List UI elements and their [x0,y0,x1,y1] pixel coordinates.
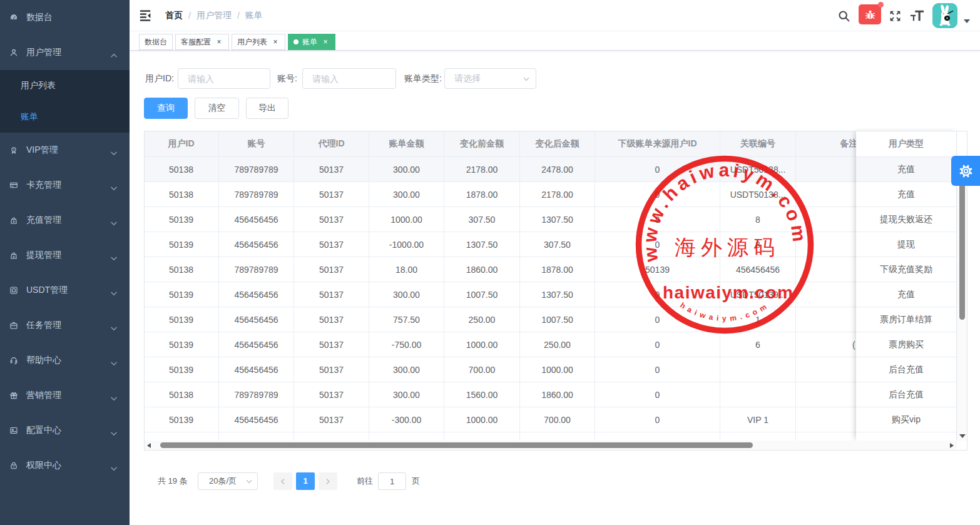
table-row-8[interactable]: 5013945645645650137300.00700.001000.000 [144,357,902,382]
cell: USDT50138... [720,182,796,207]
table-row-3[interactable]: 5013945645645650137-1000.001307.50307.50… [144,232,902,257]
table-row-10[interactable]: 5013945645645650137-300.001000.00700.000… [144,407,902,432]
user-type-cell-6: 票房订单结算 [856,307,957,332]
sidebar-item-1[interactable]: 用户管理 [0,35,130,70]
cell: 1878.00 [520,257,595,282]
tab-客服配置[interactable]: 客服配置× [175,34,229,50]
pagination-total: 共 19 条 [158,472,188,490]
user-type-cell-7: 票房购买 [856,332,957,357]
avatar-dropdown-caret[interactable] [964,19,970,23]
vip-medal-icon: 1 [9,146,18,155]
sidebar-item-6[interactable]: USDT管理 [0,273,130,308]
table-row-6[interactable]: 5013945645645650137757.50250.001007.5001 [144,307,902,332]
cell: 50138 [144,257,219,282]
sidebar-item-9[interactable]: 营销管理 [0,378,130,413]
table-row-1[interactable]: 5013878978978950137300.001878.002178.000… [144,182,902,207]
cell: 1307.50 [520,282,595,307]
cell: 789789789 [219,382,294,407]
page-size-select[interactable]: 20条/页 [198,472,258,490]
cell: 456456456 [219,357,294,382]
sidebar-item-0[interactable]: 数据台 [0,0,130,35]
error-log-button[interactable] [859,4,881,24]
vertical-scrollbar-thumb[interactable] [959,181,965,320]
sidebar-subitem-用户列表[interactable]: 用户列表 [0,70,130,101]
fullscreen-icon[interactable] [887,0,902,31]
scroll-down-arrow-icon[interactable] [959,434,966,438]
cell [294,432,369,441]
table-row-4[interactable]: 501387897897895013718.001860.001878.0050… [144,257,902,282]
filter-label-user-id: 用户ID: [145,68,174,89]
sidebar-subitem-账单[interactable]: 账单 [0,101,130,133]
chevron-down-icon [111,218,117,223]
settings-panel-button[interactable] [951,156,980,186]
sidebar-item-10[interactable]: 配置中心 [0,413,130,448]
sidebar-item-label: 配置中心 [26,425,61,436]
column-header-用户ID: 用户ID [144,131,219,157]
hamburger-icon[interactable] [140,9,152,22]
table-row-0[interactable]: 5013878978978950137300.002178.002478.000… [144,157,902,182]
column-header-用户类型: 用户类型 [856,131,957,157]
avatar[interactable] [932,3,957,28]
search-button[interactable]: 查询 [144,98,188,119]
horizontal-scrollbar[interactable] [144,441,957,450]
tab-用户列表[interactable]: 用户列表× [232,34,285,50]
goto-page-input[interactable] [378,472,406,490]
cell: 50137 [294,282,369,307]
search-icon[interactable] [836,0,851,31]
sidebar-item-7[interactable]: 任务管理 [0,308,130,343]
cell: 50137 [294,257,369,282]
tab-close-icon[interactable]: × [271,38,280,46]
font-size-icon[interactable] [909,0,925,31]
sidebar-item-8[interactable]: 帮助中心 [0,343,130,378]
page-number-current[interactable]: 1 [296,472,315,490]
tab-账单[interactable]: 账单× [288,34,335,50]
cell: 0 [595,182,720,207]
breadcrumb-home[interactable]: 首页 [165,10,183,21]
cell: 50137 [294,182,369,207]
cell: 1560.00 [444,382,520,407]
table-row-2[interactable]: 50139456456456501371000.00307.501307.508… [144,207,902,232]
cell: 50137 [294,157,369,182]
scroll-right-arrow-icon[interactable] [950,443,954,448]
horizontal-scrollbar-thumb[interactable] [160,442,753,448]
chevron-down-icon [111,183,117,188]
cell: 8 [720,232,796,257]
cell: 300.00 [369,357,444,382]
sidebar-item-3[interactable]: 卡充管理 [0,168,130,203]
tab-close-icon[interactable]: × [321,38,330,46]
tab-close-icon[interactable]: × [215,38,223,46]
cell: 0 [595,282,720,307]
cell: 789789789 [219,157,294,182]
bill-type-select[interactable]: 请选择 [444,68,536,89]
sidebar-item-11[interactable]: 权限中心 [0,448,130,483]
chevron-down-icon [111,253,117,258]
cell: 300.00 [369,282,444,307]
user-type-cell-5: 充值 [856,282,957,307]
export-button[interactable]: 导出 [246,98,288,119]
tab-数据台[interactable]: 数据台 [139,34,173,50]
config-panel-icon [9,426,18,435]
next-page-button[interactable] [319,472,337,490]
svg-text:1: 1 [13,148,15,151]
sidebar-item-4[interactable]: 充值管理 [0,203,130,238]
user-id-input[interactable] [178,68,270,89]
cell: 50138 [144,382,219,407]
prev-page-button[interactable] [273,472,292,490]
column-header-变化后金额: 变化后金额 [520,131,595,157]
vertical-scrollbar[interactable] [957,157,967,441]
help-headset-icon [9,356,18,365]
card-icon [9,181,18,190]
cell: 1000.00 [369,207,444,232]
table-row-5[interactable]: 5013945645645650137300.001007.501307.500… [144,282,902,307]
breadcrumb-level2: 用户管理 [197,10,232,21]
cell: 1007.50 [520,307,595,332]
cell [369,432,444,441]
cell: -300.00 [369,407,444,432]
table-row-9[interactable]: 5013878978978950137300.001560.001860.000 [144,382,902,407]
account-input[interactable] [302,68,396,89]
table-row-7[interactable]: 5013945645645650137-750.001000.00250.000… [144,332,902,357]
scroll-left-arrow-icon[interactable] [147,443,151,448]
clear-button[interactable]: 清空 [195,98,239,119]
sidebar-item-2[interactable]: 1VIP管理 [0,133,130,168]
sidebar-item-5[interactable]: 提现管理 [0,238,130,273]
